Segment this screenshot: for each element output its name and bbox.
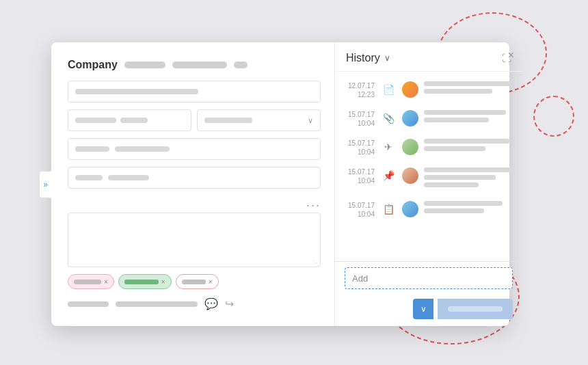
bottom-actions: 💬 ↪ — [68, 297, 321, 310]
company-name: Company — [68, 59, 118, 71]
dropdown-arrow-icon: ∨ — [308, 116, 313, 125]
history-content-2 — [424, 110, 513, 125]
history-dropdown-icon[interactable]: ∨ — [384, 53, 390, 63]
history-time-3: 15.07.1710:04 — [345, 139, 375, 157]
dots-menu[interactable]: ... — [68, 195, 321, 210]
tag-green-close[interactable]: × — [161, 278, 165, 286]
history-time-5: 15.07.1710:04 — [345, 201, 375, 219]
company-title-row: Company — [68, 59, 321, 71]
send-dropdown-button[interactable]: ∨ — [413, 299, 433, 319]
resize-handle: ⋱ — [312, 259, 318, 265]
history-content-5 — [424, 201, 513, 216]
collapse-tab[interactable]: » — [39, 171, 51, 198]
history-icon-3: ✈ — [380, 139, 397, 155]
half-content-3 — [204, 118, 252, 123]
form-row-1: ∨ — [68, 109, 321, 131]
left-panel: » Company ∨ — [51, 42, 335, 326]
history-avatar-2 — [402, 110, 418, 126]
history-avatar-1 — [402, 81, 418, 98]
bottom-pill — [68, 301, 109, 307]
history-content-4 — [424, 167, 513, 190]
field-content-3b — [108, 175, 149, 180]
form-field-2[interactable] — [68, 138, 321, 160]
tag-outline[interactable]: × — [176, 274, 219, 289]
history-title-text: History — [346, 52, 380, 64]
tags-row: × × × — [68, 274, 321, 289]
title-pill-3 — [234, 62, 248, 68]
line-4c — [424, 182, 479, 187]
history-footer: ∨ — [335, 295, 522, 326]
close-button[interactable]: × — [508, 49, 514, 62]
history-item-5: 15.07.1710:04 📋 — [335, 195, 522, 224]
send-button[interactable] — [438, 299, 513, 319]
line-2a — [424, 110, 506, 115]
form-half-right[interactable]: ∨ — [197, 109, 321, 131]
history-content-1 — [424, 81, 513, 96]
half-content-1 — [75, 118, 116, 123]
line-2b — [424, 118, 489, 122]
history-title: History ∨ — [346, 52, 390, 64]
line-1b — [424, 89, 492, 94]
send-label — [448, 306, 503, 312]
tag-pink-label — [74, 280, 101, 284]
tag-green[interactable]: × — [118, 274, 172, 289]
paperclip-icon: 📎 — [383, 113, 395, 124]
history-avatar-4 — [402, 167, 418, 184]
line-3a — [424, 139, 509, 144]
history-item-4: 15.07.1710:04 📌 — [335, 162, 522, 195]
line-5b — [424, 208, 484, 213]
pin-icon: 📌 — [383, 170, 395, 181]
tag-outline-label — [182, 280, 206, 284]
form-field-1[interactable] — [68, 81, 321, 103]
history-item-3: 15.07.1710:04 ✈ — [335, 133, 522, 162]
forward-icon[interactable]: ↪ — [225, 297, 234, 310]
history-avatar-5 — [402, 201, 418, 217]
line-3b — [424, 146, 485, 151]
title-pill-1 — [124, 62, 165, 68]
tag-pink-close[interactable]: × — [104, 278, 108, 286]
tag-pink[interactable]: × — [68, 274, 114, 289]
add-area: Add — [335, 261, 522, 295]
line-4b — [424, 175, 496, 180]
history-time-2: 15.07.1710:04 — [345, 110, 375, 128]
right-panel: × History ∨ ⛶ 12.07.1712:23 📄 — [335, 42, 522, 326]
line-5a — [424, 201, 503, 206]
history-avatar-3 — [402, 139, 418, 155]
tag-green-label — [124, 280, 159, 284]
annotation-circle-right — [533, 96, 574, 137]
collapse-icon: » — [43, 180, 48, 189]
title-pill-2 — [172, 62, 227, 68]
field-content-3a — [75, 175, 103, 180]
half-content-2 — [120, 118, 148, 123]
history-list: 12.07.1712:23 📄 15.07.1710:04 📎 — [335, 72, 522, 261]
history-time-4: 15.07.1710:04 — [345, 167, 375, 185]
textarea-field[interactable]: ⋱ — [68, 213, 321, 267]
history-time-1: 12.07.1712:23 — [345, 81, 375, 99]
field-content-2b — [115, 146, 170, 152]
history-item-2: 15.07.1710:04 📎 — [335, 105, 522, 133]
plane-icon: ✈ — [384, 141, 392, 152]
history-icon-5: 📋 — [380, 201, 397, 217]
clipboard-icon: 📋 — [383, 204, 395, 215]
add-input[interactable]: Add — [345, 267, 513, 289]
line-4a — [424, 167, 513, 172]
history-content-3 — [424, 139, 513, 154]
bottom-pill-2 — [116, 301, 198, 307]
history-icon-2: 📎 — [380, 110, 397, 126]
doc-icon: 📄 — [383, 84, 395, 95]
add-placeholder: Add — [352, 273, 368, 284]
form-half-left[interactable] — [68, 109, 191, 131]
modal-dialog: » Company ∨ — [51, 42, 509, 326]
comment-icon[interactable]: 💬 — [204, 297, 218, 310]
tag-outline-close[interactable]: × — [209, 278, 213, 286]
form-field-3[interactable] — [68, 167, 321, 189]
dropdown-chevron-icon: ∨ — [420, 304, 427, 314]
history-icon-4: 📌 — [380, 167, 397, 184]
history-header: History ∨ ⛶ — [335, 42, 522, 72]
history-icon-1: 📄 — [380, 81, 397, 98]
line-1a — [424, 81, 513, 86]
field-content-1 — [75, 89, 198, 94]
history-item-1: 12.07.1712:23 📄 — [335, 76, 522, 105]
field-content-2a — [75, 146, 109, 152]
